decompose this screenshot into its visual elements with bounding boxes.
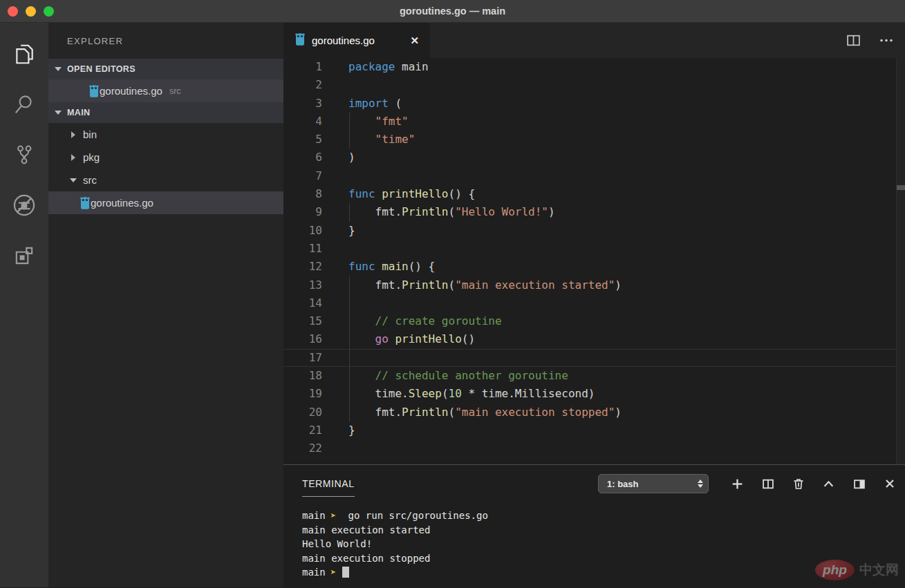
- chevron-expanded-icon: [69, 178, 77, 182]
- code-line[interactable]: 10}: [283, 222, 905, 240]
- code-line[interactable]: 11: [283, 240, 905, 258]
- code-line[interactable]: 6): [283, 149, 905, 167]
- sidebar-item-debug[interactable]: [0, 180, 48, 230]
- toggle-panel-icon[interactable]: [853, 478, 866, 490]
- code-line[interactable]: 5 "time": [283, 131, 905, 149]
- editor-scrollbar[interactable]: [896, 58, 905, 464]
- shell-selector-dropdown[interactable]: 1: bash: [598, 474, 709, 493]
- line-number: 19: [283, 385, 322, 403]
- line-number: 5: [283, 131, 322, 149]
- code-editor[interactable]: 1package main23import (4 "fmt"5 "time"6)…: [283, 58, 905, 464]
- files-icon: [12, 42, 36, 66]
- close-window-button[interactable]: [8, 6, 18, 17]
- code-text: import (: [322, 95, 905, 113]
- new-terminal-icon[interactable]: [731, 478, 743, 490]
- file-label: goroutines.go: [91, 197, 153, 209]
- code-line[interactable]: 19 time.Sleep(10 * time.Millisecond): [283, 385, 905, 403]
- terminal-line: Hello World!: [302, 537, 905, 551]
- code-text: fmt.Println("main execution stopped"): [322, 404, 905, 421]
- open-editors-list: goroutines.gosrc: [48, 79, 283, 102]
- tree-file-goroutines-go[interactable]: goroutines.go: [48, 191, 283, 214]
- code-line[interactable]: 13 fmt.Println("main execution started"): [283, 276, 905, 294]
- sidebar-item-extensions[interactable]: [0, 230, 48, 281]
- go-gopher-icon: [295, 32, 306, 48]
- zoom-window-button[interactable]: [44, 6, 54, 17]
- kill-terminal-icon[interactable]: [793, 478, 804, 490]
- code-line[interactable]: 7: [283, 167, 905, 185]
- line-number: 22: [283, 439, 322, 457]
- line-number: 14: [283, 294, 322, 312]
- code-text: package main: [322, 58, 905, 76]
- line-number: 21: [283, 421, 322, 439]
- folder-label: bin: [83, 129, 97, 140]
- code-line[interactable]: 21}: [283, 421, 905, 439]
- line-number: 15: [283, 312, 322, 330]
- code-line[interactable]: 14: [283, 294, 905, 312]
- terminal-line: main➤ go run src/goroutines.go: [302, 509, 905, 523]
- terminal-prompt: main: [302, 510, 326, 521]
- folder-section-header[interactable]: MAIN: [48, 102, 283, 123]
- terminal-output[interactable]: main➤ go run src/goroutines.gomain execu…: [283, 502, 905, 580]
- file-detail: src: [169, 86, 181, 96]
- line-number: 8: [283, 185, 322, 203]
- code-line[interactable]: 12func main() {: [283, 258, 905, 276]
- php-cn-watermark: php 中文网: [815, 560, 899, 580]
- code-line[interactable]: 18 // schedule another goroutine: [283, 367, 905, 385]
- code-text: time.Sleep(10 * time.Millisecond): [322, 385, 905, 403]
- code-line[interactable]: 20 fmt.Println("main execution stopped"): [283, 404, 905, 421]
- code-line[interactable]: 8func printHello() {: [283, 185, 905, 203]
- line-number: 18: [283, 367, 322, 385]
- sidebar-item-explorer[interactable]: [0, 28, 48, 79]
- tree-folder-pkg[interactable]: pkg: [48, 146, 283, 169]
- sidebar-item-source-control[interactable]: [0, 129, 48, 180]
- terminal-panel-tab[interactable]: TERMINAL: [302, 478, 355, 489]
- terminal-output-text: main execution stopped: [302, 553, 430, 564]
- dropdown-stepper-icon: [698, 480, 703, 488]
- tree-folder-bin[interactable]: bin: [48, 123, 283, 146]
- code-line[interactable]: 1package main: [283, 58, 905, 76]
- line-number: 4: [283, 113, 322, 131]
- debug-no-bug-icon: [12, 193, 37, 218]
- code-text: }: [322, 222, 905, 240]
- code-line[interactable]: 17: [283, 349, 905, 367]
- line-number: 16: [283, 330, 322, 348]
- file-tree: binpkgsrcgoroutines.go: [48, 123, 283, 214]
- code-line[interactable]: 9 fmt.Println("Hello World!"): [283, 203, 905, 221]
- line-number: 13: [283, 276, 322, 294]
- code-text: [322, 294, 905, 312]
- chevron-expanded-icon: [55, 67, 62, 71]
- go-gopher-icon: [88, 84, 100, 98]
- code-line[interactable]: 15 // create goroutine: [283, 312, 905, 330]
- split-editor-icon[interactable]: [846, 33, 861, 48]
- code-line[interactable]: 16 go printHello(): [283, 330, 905, 348]
- tab-goroutines-go[interactable]: goroutines.go ✕: [283, 23, 430, 58]
- code-line[interactable]: 3import (: [283, 95, 905, 113]
- code-lines: 1package main23import (4 "fmt"5 "time"6)…: [283, 58, 905, 458]
- chevron-expanded-icon: [55, 111, 62, 115]
- collapse-panel-icon[interactable]: [823, 478, 834, 490]
- chevron-collapsed-icon: [69, 131, 77, 138]
- code-text: go printHello(): [322, 330, 905, 348]
- code-text: func main() {: [322, 258, 905, 276]
- go-gopher-icon: [295, 32, 306, 46]
- code-line[interactable]: 2: [283, 76, 905, 94]
- line-number: 10: [283, 222, 322, 240]
- php-logo: php: [815, 560, 855, 580]
- code-line[interactable]: 4 "fmt": [283, 113, 905, 131]
- code-text: [322, 240, 905, 258]
- close-panel-icon[interactable]: [884, 478, 895, 489]
- code-line[interactable]: 22: [283, 439, 905, 457]
- terminal-cursor: [342, 567, 349, 578]
- split-terminal-icon[interactable]: [762, 478, 774, 490]
- sidebar-item-search[interactable]: [0, 79, 48, 129]
- line-number: 2: [283, 76, 322, 94]
- open-editors-header[interactable]: OPEN EDITORS: [48, 59, 283, 79]
- terminal-panel: TERMINAL 1: bash: [283, 464, 905, 587]
- close-tab-icon[interactable]: ✕: [410, 35, 419, 47]
- open-editor-item[interactable]: goroutines.gosrc: [48, 79, 283, 102]
- code-text: fmt.Println("main execution started"): [322, 276, 905, 294]
- more-actions-icon[interactable]: [879, 33, 894, 48]
- tree-folder-src[interactable]: src: [48, 169, 283, 191]
- search-icon: [12, 93, 36, 116]
- minimize-window-button[interactable]: [26, 6, 36, 17]
